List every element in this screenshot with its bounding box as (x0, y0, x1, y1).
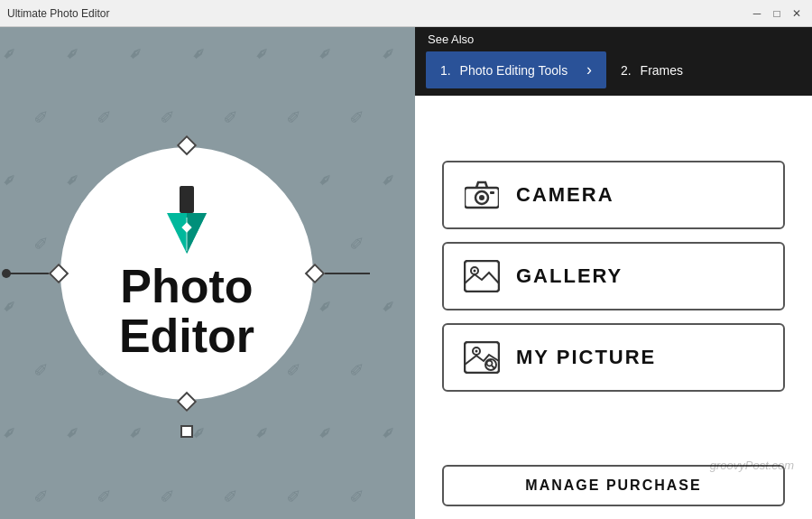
camera-label: CAMERA (516, 183, 614, 207)
svg-text:✒: ✒ (376, 167, 401, 192)
see-also-item2-number: 2. (621, 63, 632, 78)
my-picture-button[interactable]: MY PICTURE (442, 323, 785, 392)
camera-button[interactable]: CAMERA (442, 161, 785, 229)
svg-text:✒: ✒ (0, 420, 23, 445)
svg-line-0 (0, 27, 14, 42)
svg-text:✏: ✏ (29, 357, 54, 382)
buttons-area: CAMERA GALLERY (415, 96, 812, 456)
svg-rect-64 (490, 191, 494, 194)
svg-text:✒: ✒ (187, 41, 212, 66)
svg-text:✒: ✒ (250, 420, 275, 445)
svg-text:✒: ✒ (250, 41, 275, 66)
svg-text:✏: ✏ (345, 357, 370, 382)
my-picture-icon (462, 338, 502, 377)
my-picture-label: MY PICTURE (516, 346, 656, 369)
pen-nib-icon (160, 186, 214, 258)
svg-text:✏: ✏ (29, 104, 54, 129)
svg-text:✒: ✒ (60, 420, 86, 445)
gallery-icon (462, 256, 502, 296)
window-controls: ─ □ ✕ (749, 5, 805, 22)
svg-point-67 (474, 269, 476, 272)
svg-text:✒: ✒ (376, 293, 401, 319)
close-button[interactable]: ✕ (789, 5, 805, 22)
svg-text:✏: ✏ (29, 483, 54, 508)
see-also-item-2[interactable]: 2. Frames (606, 51, 697, 88)
svg-text:✏: ✏ (281, 357, 307, 382)
gallery-label: GALLERY (516, 264, 623, 288)
svg-point-70 (475, 349, 478, 352)
left-panel: ✒ ✒ ✒ ✒ ✒ ✒ ✒ ✏ ✏ ✏ ✏ ✏ ✏ ✒ ✒ (0, 27, 415, 519)
titlebar: Ultimate Photo Editor ─ □ ✕ (0, 0, 812, 27)
svg-text:✒: ✒ (0, 41, 23, 66)
svg-text:✒: ✒ (313, 420, 338, 445)
svg-text:✒: ✒ (0, 167, 23, 192)
svg-text:✏: ✏ (345, 104, 370, 129)
selection-handle-bottom (180, 425, 193, 438)
svg-text:✒: ✒ (376, 420, 401, 445)
see-also-item-1[interactable]: 1. Photo Editing Tools › (426, 51, 606, 88)
see-also-item1-text: Photo Editing Tools (460, 63, 586, 78)
gallery-button[interactable]: GALLERY (442, 242, 785, 310)
svg-text:✒: ✒ (60, 167, 86, 192)
svg-text:✏: ✏ (218, 483, 244, 508)
svg-text:✏: ✏ (92, 104, 117, 129)
svg-text:✒: ✒ (124, 41, 149, 66)
see-also-items: 1. Photo Editing Tools › 2. Frames (415, 51, 812, 96)
svg-text:✒: ✒ (313, 41, 338, 66)
minimize-button[interactable]: ─ (749, 5, 765, 22)
center-circle: Photo Editor (60, 147, 313, 400)
see-also-item1-arrow: › (586, 60, 592, 79)
right-panel: See Also 1. Photo Editing Tools › 2. Fra… (415, 27, 812, 519)
svg-point-63 (479, 195, 484, 200)
photo-editor-text: Photo Editor (119, 262, 254, 360)
svg-text:✒: ✒ (0, 293, 23, 319)
svg-text:✏: ✏ (218, 104, 244, 129)
svg-text:✏: ✏ (155, 104, 180, 129)
svg-text:✏: ✏ (155, 483, 180, 508)
see-also-item1-number: 1. (440, 63, 451, 78)
watermark: groovyPost.com (710, 459, 794, 472)
svg-rect-65 (465, 261, 499, 292)
svg-marker-58 (187, 213, 207, 254)
svg-text:✏: ✏ (29, 230, 54, 255)
svg-text:✒: ✒ (124, 420, 149, 445)
line-end-left (2, 269, 11, 278)
see-also-label: See Also (415, 27, 812, 51)
svg-text:✏: ✏ (281, 104, 307, 129)
svg-text:✒: ✒ (60, 41, 86, 66)
svg-text:✒: ✒ (313, 293, 338, 319)
svg-text:✒: ✒ (313, 167, 338, 192)
svg-text:✏: ✏ (92, 483, 117, 508)
window-title: Ultimate Photo Editor (7, 7, 109, 20)
see-also-item2-text: Frames (641, 63, 683, 78)
line-end-right (361, 273, 370, 274)
svg-rect-56 (180, 186, 194, 213)
main-content: ✒ ✒ ✒ ✒ ✒ ✒ ✒ ✏ ✏ ✏ ✏ ✏ ✏ ✒ ✒ (0, 27, 812, 519)
maximize-button[interactable]: □ (769, 5, 785, 22)
svg-text:✒: ✒ (376, 41, 401, 66)
svg-text:✏: ✏ (345, 230, 370, 255)
svg-rect-2 (0, 27, 7, 33)
svg-text:✏: ✏ (281, 483, 307, 508)
svg-text:✏: ✏ (345, 483, 370, 508)
camera-icon (462, 175, 502, 215)
